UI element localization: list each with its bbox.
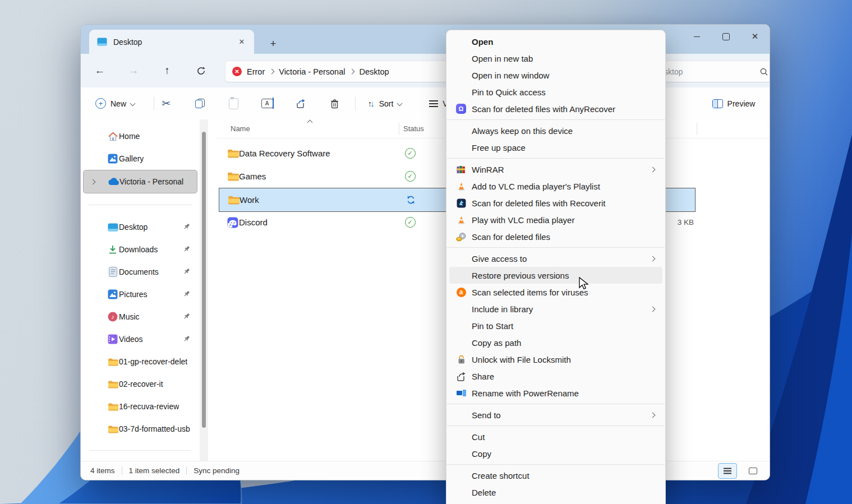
tab-title: Desktop: [113, 38, 235, 47]
menu-item-send-to[interactable]: Send to: [449, 406, 662, 423]
menu-item-scan-deleted-files[interactable]: Scan for deleted files: [449, 228, 662, 245]
delete-button[interactable]: [323, 93, 346, 114]
documents-icon: [107, 267, 119, 277]
sidebar-item-desktop[interactable]: Desktop: [83, 216, 197, 238]
breadcrumb-onedrive[interactable]: Victoria - Personal: [279, 67, 345, 76]
preview-button[interactable]: Preview: [707, 93, 761, 114]
breadcrumb-chevron-icon[interactable]: [349, 69, 355, 75]
file-explorer-window: Desktop ✕ + ✕ ← → ↑ ✕ Error Victoria - P…: [80, 24, 770, 480]
title-bar: Desktop ✕ + ✕: [81, 25, 770, 54]
new-tab-button[interactable]: +: [265, 37, 282, 50]
sidebar-item-folder[interactable]: 02-recover-it: [83, 373, 197, 395]
sidebar-item-onedrive[interactable]: Victoria - Personal: [83, 170, 197, 193]
window-body: Home Gallery Victoria - Personal Desktop: [81, 119, 770, 461]
sidebar-item-pictures[interactable]: Pictures: [83, 283, 197, 306]
sidebar-item-music[interactable]: ♪ Music: [83, 306, 197, 328]
refresh-button[interactable]: [190, 61, 212, 81]
rename-button[interactable]: A: [256, 93, 278, 114]
menu-item-delete[interactable]: Delete: [449, 484, 662, 501]
sidebar-item-home[interactable]: Home: [83, 125, 197, 147]
menu-item-create-shortcut[interactable]: Create shortcut: [449, 467, 662, 484]
share-icon: [454, 372, 468, 381]
sidebar: Home Gallery Victoria - Personal Desktop: [81, 119, 200, 461]
menu-item-give-access[interactable]: Give access to: [449, 250, 662, 267]
menu-item-cut[interactable]: Cut: [449, 428, 662, 445]
mouse-cursor: [579, 277, 591, 293]
share-button[interactable]: [289, 93, 312, 114]
anyrecover-icon: Ω: [456, 104, 466, 114]
menu-item-winrar[interactable]: WinRAR: [449, 161, 662, 178]
menu-item-free-up-space[interactable]: Free up space: [449, 139, 662, 156]
column-divider[interactable]: [399, 123, 399, 135]
column-divider[interactable]: [697, 123, 697, 135]
forward-button[interactable]: →: [122, 61, 145, 81]
sidebar-scrollbar[interactable]: [200, 119, 208, 461]
menu-item-include-in-library[interactable]: Include in library: [449, 300, 662, 317]
pin-icon: [183, 223, 191, 232]
new-button[interactable]: + New: [89, 93, 141, 114]
menu-item-copy-as-path[interactable]: Copy as path: [449, 334, 662, 351]
menu-item-pin-to-start[interactable]: Pin to Start: [449, 317, 662, 334]
menu-item-pin-quick-access[interactable]: Pin to Quick access: [449, 84, 662, 100]
menu-item-open[interactable]: Open: [449, 33, 662, 50]
status-synced-icon: ✓: [404, 148, 416, 159]
sidebar-item-folder[interactable]: 16-recuva-review: [83, 395, 197, 418]
sidebar-item-downloads[interactable]: Downloads: [83, 238, 197, 261]
sidebar-item-folder[interactable]: 03-7d-formatted-usb: [83, 418, 197, 440]
menu-item-open-new-tab[interactable]: Open in new tab: [449, 50, 662, 67]
menu-item-file-locksmith[interactable]: Unlock with File Locksmith: [449, 351, 662, 368]
cut-button[interactable]: ✂: [155, 93, 177, 114]
back-button[interactable]: ←: [89, 61, 111, 81]
search-box[interactable]: sktop: [657, 61, 770, 82]
expand-chevron-icon[interactable]: [90, 179, 96, 184]
pin-icon: [183, 312, 191, 322]
rename-icon: A: [261, 99, 273, 108]
menu-item-copy[interactable]: Copy: [449, 445, 662, 462]
search-input[interactable]: sktop: [664, 67, 759, 76]
breadcrumb-error[interactable]: Error: [247, 67, 265, 76]
tab-desktop[interactable]: Desktop ✕: [89, 30, 254, 54]
downloads-icon: [107, 244, 119, 255]
winrar-icon: [454, 165, 468, 174]
sort-button[interactable]: ↑↓ Sort: [360, 93, 409, 114]
paste-button[interactable]: [222, 93, 245, 114]
menu-item-vlc-play[interactable]: Play with VLC media player: [449, 211, 662, 228]
menu-item-always-keep[interactable]: Always keep on this device: [449, 122, 662, 139]
scrollbar-thumb[interactable]: [202, 132, 206, 428]
chevron-down-icon: [130, 101, 136, 107]
up-button[interactable]: ↑: [156, 61, 178, 81]
padlock-icon: [454, 354, 468, 364]
svg-text:♪: ♪: [111, 313, 114, 320]
sync-error-icon: ✕: [232, 67, 242, 76]
sidebar-item-videos[interactable]: Videos: [83, 328, 197, 350]
menu-item-scan-anyrecover[interactable]: Ω Scan for deleted files with AnyRecover: [449, 100, 662, 117]
copy-button[interactable]: [188, 93, 211, 114]
breadcrumb-chevron-icon[interactable]: [269, 69, 275, 75]
sidebar-item-folder[interactable]: 01-gp-recover-delet: [83, 350, 197, 373]
pin-icon: [183, 290, 191, 299]
tab-close-icon[interactable]: ✕: [235, 35, 248, 49]
menu-item-restore-previous-versions[interactable]: Restore previous versions: [449, 267, 662, 284]
close-button[interactable]: ✕: [740, 25, 770, 48]
column-header-status[interactable]: Status: [403, 124, 424, 133]
status-bar: 4 items 1 item selected Sync pending: [81, 461, 770, 480]
details-view-button[interactable]: [718, 463, 737, 479]
submenu-arrow-icon: [650, 167, 656, 172]
minimize-button[interactable]: [682, 25, 711, 48]
menu-item-scan-viruses[interactable]: a Scan selected items for viruses: [449, 284, 662, 300]
menu-item-share[interactable]: Share: [449, 368, 662, 385]
sidebar-item-gallery[interactable]: Gallery: [83, 147, 197, 170]
file-name: Data Recovery Software: [239, 149, 330, 158]
menu-item-open-new-window[interactable]: Open in new window: [449, 67, 662, 84]
sidebar-item-documents[interactable]: Documents: [83, 261, 197, 283]
maximize-button[interactable]: [711, 25, 740, 48]
menu-item-scan-recoverit[interactable]: Scan for deleted files with Recoverit: [449, 195, 662, 211]
breadcrumb-desktop[interactable]: Desktop: [359, 67, 389, 76]
thumbnail-view-button[interactable]: [744, 464, 762, 478]
menu-item-powerrename[interactable]: Rename with PowerRename: [449, 385, 662, 401]
column-header-name[interactable]: Name: [231, 124, 250, 133]
menu-separator: [447, 404, 665, 404]
search-icon: [759, 67, 768, 76]
statusbar-divider: [186, 466, 187, 475]
menu-item-vlc-playlist[interactable]: Add to VLC media player's Playlist: [449, 178, 662, 195]
